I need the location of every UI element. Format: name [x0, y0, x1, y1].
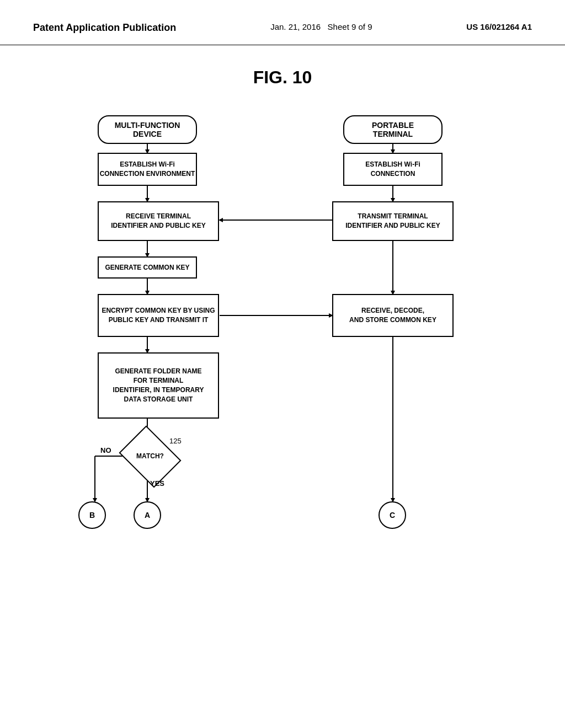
header-left: Patent Application Publication [33, 22, 176, 34]
right-col-header: PORTABLE TERMINAL [343, 115, 443, 144]
step101-box: ESTABLISH Wi-Fi CONNECTION ENVIRONMENT [98, 153, 197, 186]
step102-box: RECEIVE TERMINAL IDENTIFIER AND PUBLIC K… [98, 201, 219, 241]
diamond-wrapper: MATCH? [125, 435, 175, 478]
terminal-c: C [379, 501, 406, 529]
terminal-a: A [134, 501, 161, 529]
header-right: US 16/021264 A1 [466, 22, 532, 31]
svg-marker-9 [218, 218, 223, 222]
match-diamond [119, 425, 181, 488]
yes-label: YES [150, 479, 164, 488]
left-col-header: MULTI-FUNCTION DEVICE [98, 115, 197, 144]
diagram: MULTI-FUNCTION DEVICE PORTABLE TERMINAL … [45, 104, 520, 628]
step104-box: ENCRYPT COMMON KEY BY USING PUBLIC KEY A… [98, 294, 219, 337]
page-header: Patent Application Publication Jan. 21, … [0, 0, 565, 45]
step103-box: GENERATE COMMON KEY [98, 256, 197, 279]
step131-box: GENERATE FOLDER NAME FOR TERMINAL IDENTI… [98, 352, 219, 419]
header-center: Jan. 21, 2016 Sheet 9 of 9 [270, 22, 372, 31]
step201-box: ESTABLISH Wi-Fi CONNECTION [343, 153, 443, 186]
figure-title: FIG. 10 [0, 67, 565, 88]
no-label: NO [100, 446, 111, 454]
terminal-b: B [78, 501, 106, 529]
step203-box: TRANSMIT TERMINAL IDENTIFIER AND PUBLIC … [332, 201, 454, 241]
step204-box: RECEIVE, DECODE, AND STORE COMMON KEY [332, 294, 454, 337]
